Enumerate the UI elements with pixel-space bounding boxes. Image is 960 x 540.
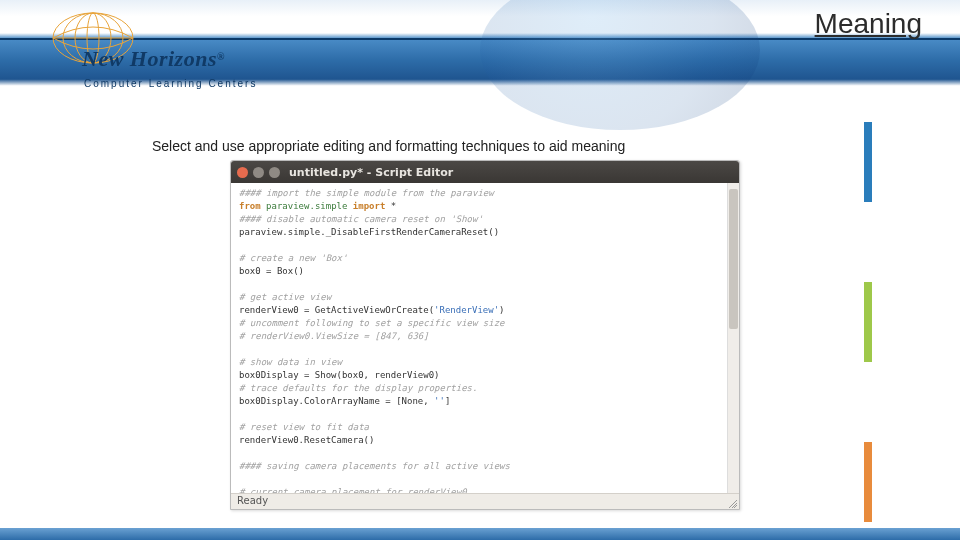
decorative-globe — [480, 0, 760, 130]
close-icon[interactable] — [237, 167, 248, 178]
logo-wordmark: New Horizons® — [82, 46, 224, 72]
tab-marker-blue — [864, 122, 872, 202]
code-editor[interactable]: #### import the simple module from the p… — [231, 183, 739, 493]
body-text: Select and use appropriate editing and f… — [152, 138, 625, 154]
scrollbar-thumb[interactable] — [729, 189, 738, 329]
tab-marker-gap2 — [864, 362, 872, 442]
brand-logo: New Horizons® Computer Learning Centers — [42, 6, 262, 96]
window-titlebar[interactable]: untitled.py* - Script Editor — [231, 161, 739, 183]
status-text: Ready — [237, 495, 268, 506]
tab-marker-orange — [864, 442, 872, 522]
vertical-scrollbar[interactable] — [727, 183, 739, 493]
minimize-icon[interactable] — [253, 167, 264, 178]
maximize-icon[interactable] — [269, 167, 280, 178]
side-color-tabs — [864, 122, 872, 522]
status-bar: Ready — [231, 493, 739, 509]
tab-marker-gap1 — [864, 202, 872, 282]
logo-tagline: Computer Learning Centers — [84, 78, 257, 89]
slide-footer-bar — [0, 528, 960, 540]
script-editor-window: untitled.py* - Script Editor #### import… — [230, 160, 740, 510]
tab-marker-green — [864, 282, 872, 362]
page-title: Meaning — [815, 8, 922, 40]
window-title: untitled.py* - Script Editor — [289, 166, 453, 179]
resize-grip-icon[interactable] — [727, 498, 737, 508]
